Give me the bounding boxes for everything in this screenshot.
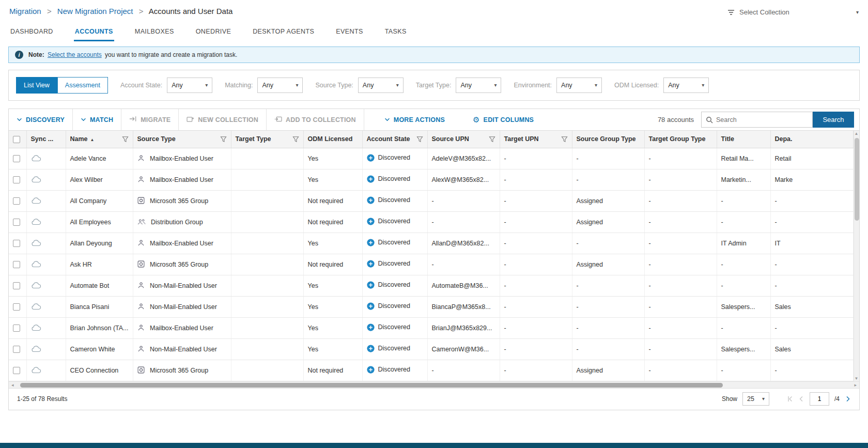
source-type-icon	[137, 324, 145, 331]
header-target-group-type[interactable]: Target Group Type	[644, 131, 717, 148]
source-type-cell: Non-Mail-Enabled User	[133, 275, 231, 296]
row-checkbox[interactable]	[13, 197, 20, 205]
search-input[interactable]	[716, 116, 808, 123]
table-row[interactable]: Cameron White Non-Mail-Enabled User Yes …	[9, 338, 853, 360]
table-row[interactable]: CEO Connection Microsoft 365 Group Not r…	[9, 360, 853, 381]
tab-accounts[interactable]: ACCOUNTS	[74, 23, 114, 41]
account-state-cell: Discovered	[362, 190, 427, 211]
header-source-type[interactable]: Source Type	[133, 131, 231, 148]
filter-funnel-icon[interactable]	[122, 136, 129, 143]
row-checkbox[interactable]	[13, 155, 20, 162]
header-odm-licensed[interactable]: ODM Licensed	[303, 131, 362, 148]
previous-page-icon[interactable]	[798, 396, 804, 402]
horizontal-scrollbar[interactable]: ◂ ▸	[9, 381, 859, 388]
breadcrumb-migration[interactable]: Migration	[9, 7, 41, 16]
row-checkbox[interactable]	[13, 240, 20, 247]
name-cell: CEO Connection	[66, 360, 133, 381]
account-state-cell: Discovered	[362, 148, 427, 169]
edit-columns-button[interactable]: ⚙ EDIT COLUMNS	[465, 109, 541, 130]
filter-funnel-icon[interactable]	[489, 136, 495, 143]
search-button[interactable]: Search	[813, 112, 854, 128]
source-type-icon	[137, 260, 145, 268]
row-checkbox[interactable]	[13, 219, 20, 226]
row-checkbox[interactable]	[13, 282, 20, 289]
select-all-checkbox[interactable]	[13, 136, 20, 143]
add-to-collection-icon	[274, 116, 282, 124]
header-source-group-type[interactable]: Source Group Type	[572, 131, 644, 148]
environment-dropdown[interactable]: Any ▾	[556, 78, 602, 93]
row-checkbox[interactable]	[13, 176, 20, 183]
page-input[interactable]	[810, 392, 829, 406]
header-department[interactable]: Depa.	[770, 131, 853, 148]
filter-funnel-icon[interactable]	[220, 136, 227, 143]
row-checkbox[interactable]	[13, 261, 20, 268]
discovered-plus-icon	[367, 323, 375, 331]
filter-funnel-icon[interactable]	[292, 136, 299, 143]
dropdown-value: Any	[262, 82, 273, 89]
tab-tasks[interactable]: TASKS	[384, 23, 408, 41]
title-cell: -	[717, 317, 770, 338]
matching-dropdown[interactable]: Any ▾	[257, 78, 303, 93]
table-row[interactable]: Automate Bot Non-Mail-Enabled User Yes D…	[9, 275, 853, 296]
table-row[interactable]: All Employees Distribution Group Not req…	[9, 211, 853, 233]
odm-licensed-dropdown[interactable]: Any ▾	[663, 78, 709, 93]
breadcrumb-project[interactable]: New Migration Project	[57, 7, 133, 16]
assessment-button[interactable]: Assessment	[57, 77, 108, 94]
account-state-dropdown[interactable]: Any ▾	[167, 78, 212, 93]
horizontal-scrollbar-thumb[interactable]	[20, 383, 723, 388]
tab-onedrive[interactable]: ONEDRIVE	[195, 23, 233, 41]
select-accounts-link[interactable]: Select the accounts	[48, 51, 102, 58]
scroll-down-icon[interactable]: ▼	[855, 376, 859, 381]
next-page-icon[interactable]	[845, 396, 851, 402]
dropdown-value: Any	[363, 82, 374, 89]
header-account-state[interactable]: Account State	[362, 131, 427, 148]
tab-desktop-agents[interactable]: DESKTOP AGENTS	[252, 23, 315, 41]
scroll-right-icon[interactable]: ▸	[854, 382, 857, 389]
filter-list-icon	[727, 9, 735, 16]
collection-selector[interactable]: Select Collection ▾	[726, 7, 860, 18]
discovered-plus-icon	[367, 302, 375, 310]
header-sync[interactable]: Sync ...	[26, 131, 66, 148]
discovery-button[interactable]: DISCOVERY	[9, 109, 73, 130]
vertical-scrollbar-thumb[interactable]	[855, 138, 859, 221]
header-target-type[interactable]: Target Type	[231, 131, 303, 148]
tab-dashboard[interactable]: DASHBOARD	[9, 23, 54, 41]
cloud-sync-icon	[31, 218, 41, 226]
new-collection-button[interactable]: NEW COLLECTION	[179, 109, 267, 130]
first-page-icon[interactable]	[787, 396, 793, 402]
grid-toolbar: DISCOVERY MATCH MIGRATE NEW COLLECTION A…	[9, 109, 859, 131]
row-checkbox[interactable]	[13, 325, 20, 332]
target-upn-cell: -	[500, 148, 572, 169]
scroll-left-icon[interactable]: ◂	[11, 382, 14, 389]
add-to-collection-button[interactable]: ADD TO COLLECTION	[267, 109, 364, 130]
more-actions-button[interactable]: MORE ACTIONS	[377, 109, 453, 130]
header-name[interactable]: Name▲	[66, 131, 133, 148]
page-size-dropdown[interactable]: 25 ▾	[742, 392, 769, 406]
table-row[interactable]: Alex Wilber Mailbox-Enabled User Yes Dis…	[9, 169, 853, 190]
source-type-dropdown[interactable]: Any ▾	[358, 78, 404, 93]
table-row[interactable]: Bianca Pisani Non-Mail-Enabled User Yes …	[9, 296, 853, 317]
filter-funnel-icon[interactable]	[561, 136, 568, 143]
list-view-button[interactable]: List View	[16, 77, 57, 94]
match-button[interactable]: MATCH	[73, 109, 121, 130]
vertical-scrollbar[interactable]: ▲ ▼	[854, 131, 860, 381]
filter-funnel-icon[interactable]	[416, 136, 423, 143]
table-row[interactable]: Brian Johnson (TA... Mailbox-Enabled Use…	[9, 317, 853, 338]
table-row[interactable]: All Company Microsoft 365 Group Not requ…	[9, 190, 853, 211]
table-row[interactable]: Ask HR Microsoft 365 Group Not required …	[9, 254, 853, 275]
target-type-dropdown[interactable]: Any ▾	[456, 78, 501, 93]
row-checkbox[interactable]	[13, 367, 20, 374]
header-target-upn[interactable]: Target UPN	[500, 131, 572, 148]
target-type-cell	[231, 338, 303, 360]
tab-events[interactable]: EVENTS	[335, 23, 364, 41]
table-row[interactable]: Allan Deyoung Mailbox-Enabled User Yes D…	[9, 233, 853, 254]
header-title[interactable]: Title	[717, 131, 770, 148]
scroll-up-icon[interactable]: ▲	[855, 131, 859, 136]
table-row[interactable]: Adele Vance Mailbox-Enabled User Yes Dis…	[9, 148, 853, 169]
row-checkbox[interactable]	[13, 303, 20, 311]
tab-mailboxes[interactable]: MAILBOXES	[134, 23, 175, 41]
row-checkbox[interactable]	[13, 346, 20, 353]
header-source-upn[interactable]: Source UPN	[427, 131, 500, 148]
caret-down-icon: ▾	[856, 10, 859, 15]
migrate-button[interactable]: MIGRATE	[121, 109, 179, 130]
